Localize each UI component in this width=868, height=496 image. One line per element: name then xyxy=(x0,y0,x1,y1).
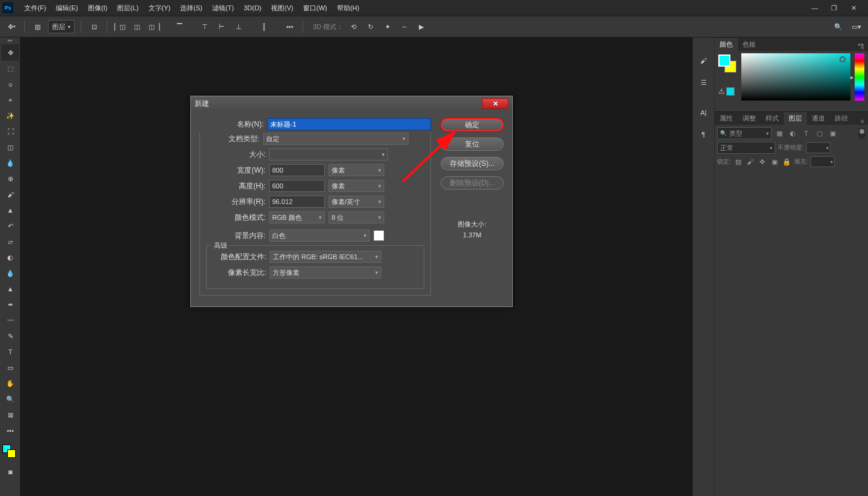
save-preset-button[interactable]: 存储预设(S)... xyxy=(441,157,504,170)
height-label: 高度(H): xyxy=(230,181,265,191)
panel-fg-color[interactable] xyxy=(718,55,730,67)
dialog-close-button[interactable]: ✕ xyxy=(482,98,509,109)
resolution-unit-select[interactable]: 像素/英寸 xyxy=(329,196,384,208)
width-unit-select[interactable]: 像素 xyxy=(329,164,384,176)
size-label: 大小: xyxy=(230,150,265,160)
doctype-select[interactable]: 自定 xyxy=(263,133,409,145)
image-size-value: 1.37M xyxy=(441,231,504,239)
bitdepth-select[interactable]: 8 位 xyxy=(329,211,384,223)
profile-label: 颜色配置文件: xyxy=(213,252,266,262)
colormode-label: 颜色模式: xyxy=(230,213,265,223)
new-document-dialog: 新建 ✕ 名称(N): 文档类型: 自定 大小: 宽度(W): xyxy=(190,96,513,307)
aspect-select[interactable]: 方形像素 xyxy=(270,266,381,279)
name-label: 名称(N): xyxy=(199,119,264,130)
background-color-swatch[interactable] xyxy=(373,230,384,241)
advanced-fieldset: 高级 颜色配置文件: 工作中的 RGB: sRGB IEC61... 像素长宽比… xyxy=(206,245,424,289)
dialog-titlebar[interactable]: 新建 ✕ xyxy=(191,96,512,111)
width-input[interactable] xyxy=(269,164,325,176)
dialog-form: 名称(N): 文档类型: 自定 大小: 宽度(W): 像素 xyxy=(199,118,431,296)
main-fieldset: 文档类型: 自定 大小: 宽度(W): 像素 高度(H): 像素 xyxy=(199,133,431,296)
dialog-backdrop: 新建 ✕ 名称(N): 文档类型: 自定 大小: 宽度(W): xyxy=(0,0,868,496)
profile-select[interactable]: 工作中的 RGB: sRGB IEC61... xyxy=(270,251,381,263)
resolution-input[interactable] xyxy=(269,196,325,208)
image-size-info: 图像大小: 1.37M xyxy=(441,220,504,241)
dialog-buttons: 确定 复位 存储预设(S)... 删除预设(D)... 图像大小: 1.37M xyxy=(441,118,504,296)
background-select[interactable]: 白色 xyxy=(269,230,370,242)
delete-preset-button[interactable]: 删除预设(D)... xyxy=(441,176,504,190)
colormode-select[interactable]: RGB 颜色 xyxy=(269,211,325,223)
image-size-label: 图像大小: xyxy=(441,220,504,229)
dialog-title: 新建 xyxy=(195,99,209,109)
name-input[interactable] xyxy=(267,118,431,130)
ok-button[interactable]: 确定 xyxy=(441,118,504,131)
size-select[interactable] xyxy=(269,148,388,160)
height-input[interactable] xyxy=(269,180,325,192)
advanced-label: 高级 xyxy=(212,241,230,250)
doctype-label: 文档类型: xyxy=(206,134,259,144)
height-unit-select[interactable]: 像素 xyxy=(329,180,384,192)
width-label: 宽度(W): xyxy=(230,165,265,176)
background-label: 背景内容: xyxy=(230,231,265,241)
resolution-label: 分辨率(R): xyxy=(230,197,265,207)
aspect-label: 像素长宽比: xyxy=(213,268,266,278)
color-panel-swatches[interactable] xyxy=(718,55,730,67)
reset-button[interactable]: 复位 xyxy=(441,137,504,151)
